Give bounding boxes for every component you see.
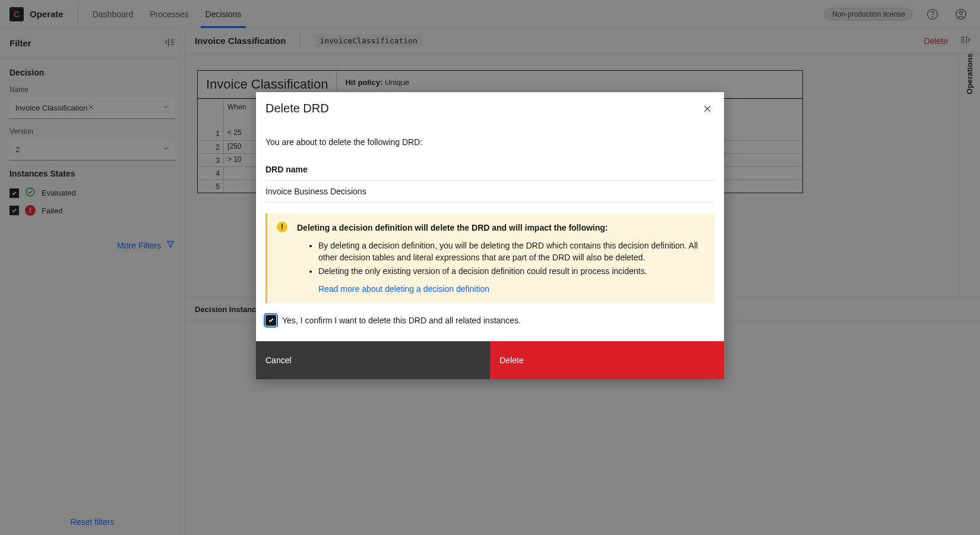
modal-intro: You are about to delete the following DR… [265,137,715,147]
warning-box: ! Deleting a decision definition will de… [265,213,715,303]
close-icon[interactable] [700,102,715,116]
warning-title: Deleting a decision definition will dele… [297,223,705,232]
confirm-row[interactable]: Yes, I confirm I want to delete this DRD… [265,315,715,326]
confirm-delete-button[interactable]: Delete [490,341,724,379]
modal-overlay: Delete DRD You are about to delete the f… [0,0,980,535]
warning-list: By deleting a decision definition, you w… [297,240,705,277]
modal-title: Delete DRD [265,102,329,115]
divider [265,202,715,203]
drd-name-label: DRD name [265,165,715,174]
warning-bullet-1: By deleting a decision definition, you w… [318,240,705,264]
confirm-checkbox[interactable] [265,315,276,326]
warning-link[interactable]: Read more about deleting a decision defi… [297,284,489,294]
cancel-button[interactable]: Cancel [256,341,490,379]
modal-footer: Cancel Delete [256,341,724,379]
confirm-label: Yes, I confirm I want to delete this DRD… [282,316,521,325]
modal-body: You are about to delete the following DR… [256,116,724,341]
warning-bullet-2: Deleting the only existing version of a … [318,265,705,277]
drd-name-value: Invoice Business Decisions [265,181,715,202]
delete-drd-modal: Delete DRD You are about to delete the f… [256,92,724,379]
modal-header: Delete DRD [256,92,724,116]
warning-icon: ! [277,222,287,232]
